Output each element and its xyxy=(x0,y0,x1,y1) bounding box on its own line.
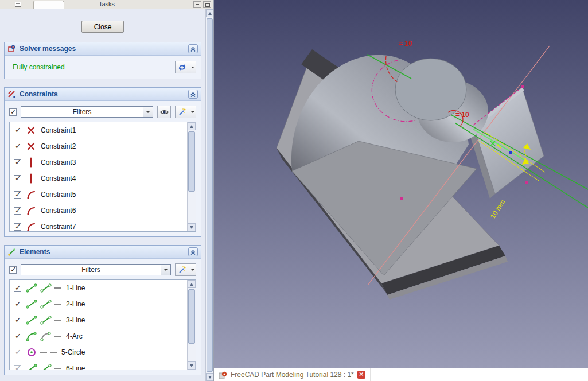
element-label: 4-Arc xyxy=(66,332,83,340)
sketch-point[interactable] xyxy=(521,85,524,88)
element-label: 5-Circle xyxy=(61,348,85,356)
element-row[interactable]: 4-Arc xyxy=(10,328,186,344)
constraint-settings-dropdown-arrow[interactable] xyxy=(189,106,196,118)
scroll-down-icon[interactable] xyxy=(206,373,213,381)
element-label: 1-Line xyxy=(66,284,85,292)
scrollbar-thumb[interactable] xyxy=(188,289,195,344)
empty-slot-dash xyxy=(54,304,61,305)
element-checkbox[interactable] xyxy=(14,317,21,324)
element-checkbox[interactable] xyxy=(14,301,21,308)
constraint-label: Constraint6 xyxy=(41,207,76,215)
element-checkbox[interactable] xyxy=(14,365,21,370)
constraint-row[interactable]: Constraint5 xyxy=(10,186,186,203)
element-row[interactable]: 5-Circle xyxy=(10,344,186,360)
line-geometry-icon xyxy=(26,300,37,309)
document-tab[interactable]: FreeCAD Part Modeling Tutorial 128 : 1* xyxy=(214,368,371,381)
origin-point-marker[interactable] xyxy=(509,151,512,154)
constraint-checkbox[interactable] xyxy=(14,191,21,199)
element-checkbox[interactable] xyxy=(14,349,21,356)
constraint-checkbox[interactable] xyxy=(14,143,21,150)
constraints-section-header[interactable]: Constraints xyxy=(5,88,201,101)
coincident-constraint-icon xyxy=(26,125,36,135)
dimension-label-top[interactable]: = 10 xyxy=(399,40,412,48)
empty-slot-dash xyxy=(54,368,61,369)
collapse-chevron-icon[interactable] xyxy=(188,90,198,99)
collapse-chevron-icon[interactable] xyxy=(188,44,198,53)
constraint-checkbox[interactable] xyxy=(14,127,21,134)
constraint-row[interactable]: Constraint6 xyxy=(10,203,186,219)
element-checkbox[interactable] xyxy=(14,285,21,292)
constraint-row[interactable]: Constraint1 xyxy=(10,122,186,138)
show-hide-eye-button[interactable] xyxy=(157,106,171,118)
close-button[interactable]: Close xyxy=(81,21,124,33)
constraint-checkbox[interactable] xyxy=(14,159,21,166)
filters-label: Filters xyxy=(21,265,161,275)
empty-slot-dash xyxy=(54,320,61,321)
element-row[interactable]: 6-Line xyxy=(10,360,186,370)
sketch-point[interactable] xyxy=(400,197,403,200)
constraint-row[interactable]: Constraint4 xyxy=(10,170,186,186)
constraints-master-checkbox[interactable] xyxy=(9,108,17,116)
constraint-checkbox[interactable] xyxy=(14,175,21,182)
panel-menu-icon[interactable] xyxy=(15,2,21,7)
solver-messages-icon xyxy=(7,45,16,53)
scroll-up-icon[interactable] xyxy=(188,122,196,130)
3d-viewport-canvas[interactable]: = 10 = 10 10 mm xyxy=(214,0,588,368)
tasks-tab[interactable] xyxy=(33,1,64,9)
constraint-checkbox[interactable] xyxy=(14,223,21,231)
solver-messages-section: Solver messages Fully constrained xyxy=(4,42,201,79)
elements-list: 1-Line 2-Line xyxy=(9,279,196,370)
scroll-down-icon[interactable] xyxy=(188,223,196,231)
panel-scrollbar[interactable] xyxy=(205,9,213,381)
arc-tangent-constraint-icon xyxy=(26,189,36,200)
line-mode-icon xyxy=(40,283,52,293)
element-label: 2-Line xyxy=(66,300,85,308)
constraint-label: Constraint3 xyxy=(41,158,76,166)
refresh-icon xyxy=(178,63,186,72)
scrollbar-thumb[interactable] xyxy=(207,18,213,372)
chevron-down-icon xyxy=(143,107,153,117)
tasks-panel: Tasks Close Solver messages xyxy=(0,0,214,381)
elements-section-title: Elements xyxy=(20,248,185,256)
element-row[interactable]: 3-Line xyxy=(10,312,186,328)
constraint-row[interactable]: Constraint3 xyxy=(10,154,186,170)
constraints-scrollbar[interactable] xyxy=(187,122,196,231)
scroll-down-icon[interactable] xyxy=(188,361,196,370)
chevron-down-icon xyxy=(161,265,170,275)
dimension-label-mid[interactable]: = 10 xyxy=(455,111,469,119)
element-settings-button[interactable] xyxy=(175,263,189,276)
circle-geometry-icon xyxy=(26,348,37,357)
scrollbar-thumb[interactable] xyxy=(188,131,195,192)
elements-master-checkbox[interactable] xyxy=(9,266,17,274)
arc-tangent-constraint-icon xyxy=(26,221,36,231)
dock-shade-icon[interactable] xyxy=(193,1,201,8)
constraint-settings-button[interactable] xyxy=(175,106,189,118)
elements-icon xyxy=(7,248,16,256)
coincident-constraint-icon xyxy=(26,141,36,151)
vertical-constraint-icon xyxy=(26,173,36,184)
3d-viewport: = 10 = 10 10 mm FreeCAD Part Modeling Tu… xyxy=(214,0,588,381)
constraint-row[interactable]: Constraint2 xyxy=(10,138,186,154)
line-geometry-icon xyxy=(26,316,37,325)
element-checkbox[interactable] xyxy=(14,333,21,340)
element-settings-dropdown-arrow[interactable] xyxy=(189,263,196,276)
elements-section-header[interactable]: Elements xyxy=(5,246,201,259)
constraint-checkbox[interactable] xyxy=(14,207,21,215)
sketch-point[interactable] xyxy=(525,181,528,184)
collapse-chevron-icon[interactable] xyxy=(188,247,198,256)
scroll-up-icon[interactable] xyxy=(188,280,196,288)
scroll-up-icon[interactable] xyxy=(206,9,213,17)
elements-scrollbar[interactable] xyxy=(187,280,196,370)
solver-section-header[interactable]: Solver messages xyxy=(5,42,201,56)
solver-refresh-button[interactable] xyxy=(175,61,189,73)
element-row[interactable]: 2-Line xyxy=(10,296,186,312)
element-row[interactable]: 1-Line xyxy=(10,280,186,296)
solver-section-title: Solver messages xyxy=(20,45,185,53)
constraints-filters-dropdown[interactable]: Filters xyxy=(21,106,153,118)
refresh-dropdown-arrow[interactable] xyxy=(189,61,196,73)
tab-close-icon[interactable] xyxy=(357,371,365,379)
constraint-row[interactable]: Constraint7 xyxy=(10,219,186,231)
elements-filters-dropdown[interactable]: Filters xyxy=(21,264,171,275)
dock-float-icon[interactable] xyxy=(203,1,211,8)
document-tab-label: FreeCAD Part Modeling Tutorial 128 : 1* xyxy=(231,371,354,379)
